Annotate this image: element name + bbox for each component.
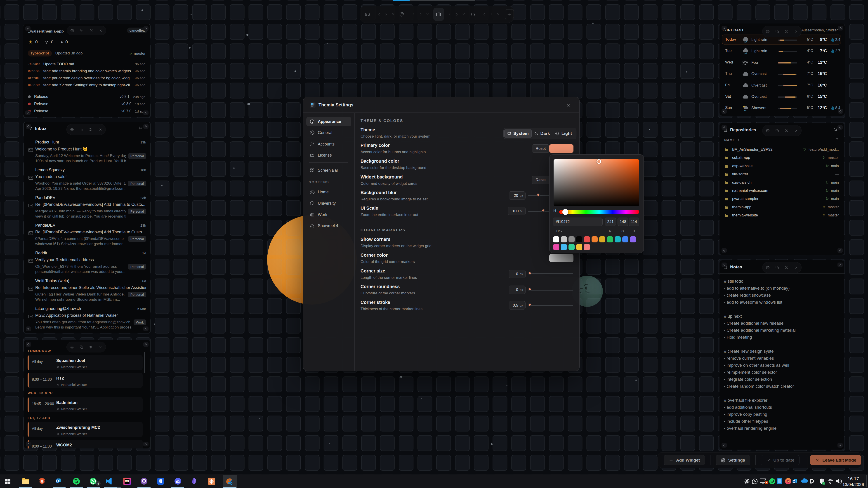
svg-text:16:17: 16:17 [848,476,859,481]
svg-text:13/04/2026: 13/04/2026 [842,482,864,487]
svg-text:4: 4 [97,482,99,486]
svg-text:RD: RD [125,480,129,483]
